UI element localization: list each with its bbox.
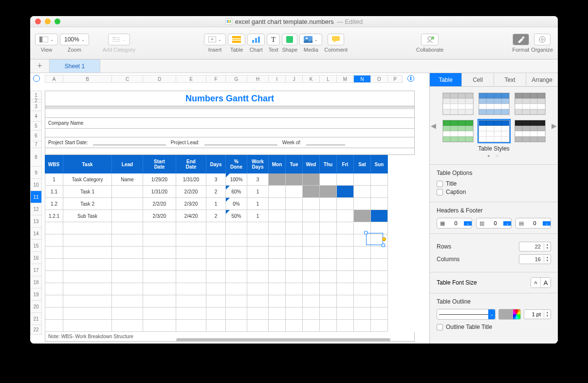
table-style-swatch[interactable] [442,93,474,115]
selection-handle-mid[interactable] [382,237,386,241]
cell[interactable] [247,259,269,271]
cell[interactable] [112,234,143,247]
cell[interactable]: 1 [247,198,269,210]
row-header[interactable]: 16 [30,252,42,264]
cols-stepper[interactable]: 16▲▼ [519,254,551,264]
table-header[interactable]: StartDate [143,155,176,173]
cell[interactable] [354,307,371,320]
cell[interactable]: 1/31/20 [143,186,176,198]
table-header[interactable]: EndDate [176,155,206,173]
gantt-cell[interactable] [337,210,354,222]
header-footer-select[interactable]: ▦0⌄ [437,218,472,229]
cell[interactable]: 1.2.1 [45,210,63,222]
row-header[interactable]: 6 [30,131,42,141]
gantt-cell[interactable] [354,186,371,198]
cell[interactable]: 100% [226,173,247,186]
cell[interactable] [45,234,63,247]
font-size-buttons[interactable]: AA [531,277,551,288]
cell[interactable] [286,295,303,307]
col-header[interactable]: K [303,75,320,83]
cell[interactable] [320,295,337,307]
cell[interactable] [176,247,206,259]
cell[interactable] [176,234,206,247]
table-header[interactable]: %Done [226,155,247,173]
gantt-cell[interactable] [303,173,320,186]
title-checkbox[interactable]: Title [437,180,551,187]
row-header[interactable]: 20 [30,301,42,313]
cell[interactable] [337,320,354,332]
cell[interactable] [206,271,226,283]
gantt-cell[interactable] [286,198,303,210]
selection-handle[interactable] [382,244,385,247]
caption-checkbox[interactable]: Caption [437,189,551,195]
col-header[interactable]: O [371,75,388,83]
table-style-swatch[interactable] [478,120,510,142]
cell[interactable] [354,320,371,332]
cell[interactable] [176,271,206,283]
cell[interactable] [226,247,247,259]
outline-style[interactable]: ⌄ [437,309,496,320]
row-header[interactable]: 5 [30,122,42,131]
add-sheet-button[interactable]: + [30,59,50,73]
cell[interactable]: Task Category [63,173,112,186]
cell[interactable] [176,283,206,295]
cell[interactable]: 2/3/20 [143,210,176,222]
format-button[interactable] [513,34,529,45]
cell[interactable] [320,234,337,247]
table-header[interactable]: Sun [371,155,388,173]
cell[interactable] [143,271,176,283]
cell[interactable] [143,307,176,320]
col-header[interactable]: N [354,75,371,83]
cell[interactable] [176,259,206,271]
cell[interactable] [337,222,354,234]
row-header[interactable]: 19 [30,288,42,301]
cell[interactable] [269,271,286,283]
row-header[interactable]: 10 [30,179,42,191]
cell[interactable] [206,295,226,307]
view-button[interactable]: ⌄ [35,34,58,45]
outline-title-checkbox[interactable]: Outline Table Title [437,324,551,330]
row-header[interactable]: 4 [30,111,42,122]
table-button[interactable] [228,34,245,45]
cell[interactable] [354,283,371,295]
cell[interactable] [269,307,286,320]
inspector-tab[interactable]: Cell [462,73,494,86]
collaborate-button[interactable]: + [421,34,439,45]
cell[interactable] [45,259,63,271]
cell[interactable] [45,271,63,283]
cell[interactable] [286,259,303,271]
header-footer-select[interactable]: ▤0⌄ [515,218,551,229]
cell[interactable] [226,259,247,271]
gantt-cell[interactable] [354,210,371,222]
cell[interactable] [45,320,63,332]
cell[interactable] [286,271,303,283]
table-header[interactable]: Sat [354,155,371,173]
table-header[interactable]: WorkDays [247,155,269,173]
cell[interactable] [112,210,143,222]
cell[interactable] [63,259,112,271]
cell[interactable] [206,234,226,247]
cell[interactable] [320,307,337,320]
shape-button[interactable] [282,34,297,45]
table-header[interactable]: Tue [286,155,303,173]
cell[interactable] [143,222,176,234]
cell[interactable] [320,247,337,259]
cell[interactable]: 2 [206,210,226,222]
cell[interactable] [226,234,247,247]
cell[interactable] [176,295,206,307]
cell[interactable] [303,234,320,247]
cell[interactable] [286,247,303,259]
cell[interactable] [247,320,269,332]
col-header[interactable]: L [320,75,337,83]
cell[interactable] [247,234,269,247]
cell[interactable] [63,234,112,247]
gantt-cell[interactable] [337,186,354,198]
cell[interactable] [226,271,247,283]
table-header[interactable]: Days [206,155,226,173]
gantt-cell[interactable] [320,173,337,186]
cell[interactable] [206,320,226,332]
cell[interactable] [143,234,176,247]
cell[interactable] [337,307,354,320]
cell[interactable] [226,222,247,234]
insert-button[interactable]: +⌄ [204,34,226,45]
